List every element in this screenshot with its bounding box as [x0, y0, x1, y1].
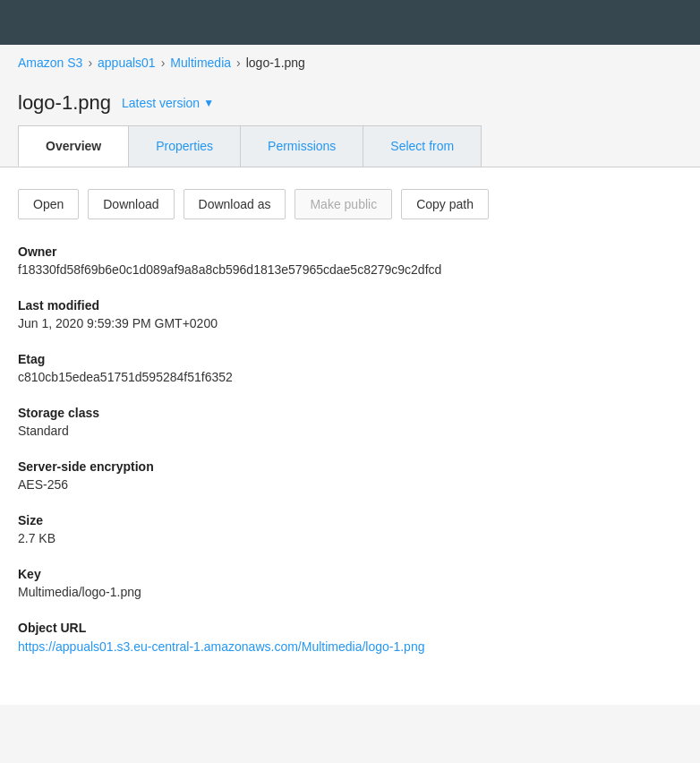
object-url-label: Object URL: [18, 621, 682, 635]
etag-label: Etag: [18, 352, 682, 366]
page-header: logo-1.png Latest version ▼: [0, 81, 700, 122]
copy-path-button[interactable]: Copy path: [401, 189, 489, 219]
key-section: Key Multimedia/logo-1.png: [18, 567, 682, 599]
key-label: Key: [18, 567, 682, 581]
breadcrumb-sep-2: ›: [161, 56, 166, 70]
object-url-section: Object URL https://appuals01.s3.eu-centr…: [18, 621, 682, 655]
storage-class-label: Storage class: [18, 406, 682, 420]
last-modified-value: Jun 1, 2020 9:59:39 PM GMT+0200: [18, 316, 682, 330]
owner-section: Owner f18330fd58f69b6e0c1d089af9a8a8cb59…: [18, 244, 682, 277]
storage-class-value: Standard: [18, 424, 682, 438]
tabs: Overview Properties Permissions Select f…: [0, 125, 700, 167]
page-title: logo-1.png: [18, 91, 111, 115]
tab-permissions[interactable]: Permissions: [240, 125, 363, 167]
encryption-section: Server-side encryption AES-256: [18, 459, 682, 492]
breadcrumb-sep-1: ›: [88, 56, 92, 70]
size-value: 2.7 KB: [18, 531, 682, 545]
tab-select-from[interactable]: Select from: [363, 125, 482, 167]
top-bar: [0, 0, 700, 45]
owner-label: Owner: [18, 244, 682, 259]
chevron-down-icon: ▼: [203, 97, 214, 109]
main-content: Open Download Download as Make public Co…: [0, 167, 700, 705]
open-button[interactable]: Open: [18, 189, 79, 219]
breadcrumb: Amazon S3 › appuals01 › Multimedia › log…: [0, 45, 700, 81]
size-label: Size: [18, 513, 682, 527]
tab-properties[interactable]: Properties: [128, 125, 241, 167]
breadcrumb-sep-3: ›: [236, 56, 241, 70]
download-button[interactable]: Download: [88, 189, 174, 219]
action-buttons: Open Download Download as Make public Co…: [18, 189, 682, 219]
breadcrumb-amazon-s3[interactable]: Amazon S3: [18, 56, 82, 70]
make-public-button[interactable]: Make public: [295, 189, 392, 219]
version-label: Latest version: [122, 96, 200, 110]
object-url-link[interactable]: https://appuals01.s3.eu-central-1.amazon…: [18, 639, 424, 654]
download-as-button[interactable]: Download as: [184, 189, 286, 219]
version-selector[interactable]: Latest version ▼: [122, 96, 214, 110]
owner-value: f18330fd58f69b6e0c1d089af9a8a8cb596d1813…: [18, 262, 682, 277]
etag-value: c810cb15edea51751d595284f51f6352: [18, 370, 682, 384]
last-modified-label: Last modified: [18, 298, 682, 313]
storage-class-section: Storage class Standard: [18, 406, 682, 438]
breadcrumb-multimedia[interactable]: Multimedia: [170, 56, 231, 70]
encryption-value: AES-256: [18, 477, 682, 492]
breadcrumb-current: logo-1.png: [246, 56, 305, 70]
encryption-label: Server-side encryption: [18, 459, 682, 474]
last-modified-section: Last modified Jun 1, 2020 9:59:39 PM GMT…: [18, 298, 682, 330]
size-section: Size 2.7 KB: [18, 513, 682, 545]
breadcrumb-appuals01[interactable]: appuals01: [98, 56, 156, 70]
key-value: Multimedia/logo-1.png: [18, 585, 682, 599]
tab-overview[interactable]: Overview: [18, 125, 129, 167]
etag-section: Etag c810cb15edea51751d595284f51f6352: [18, 352, 682, 384]
